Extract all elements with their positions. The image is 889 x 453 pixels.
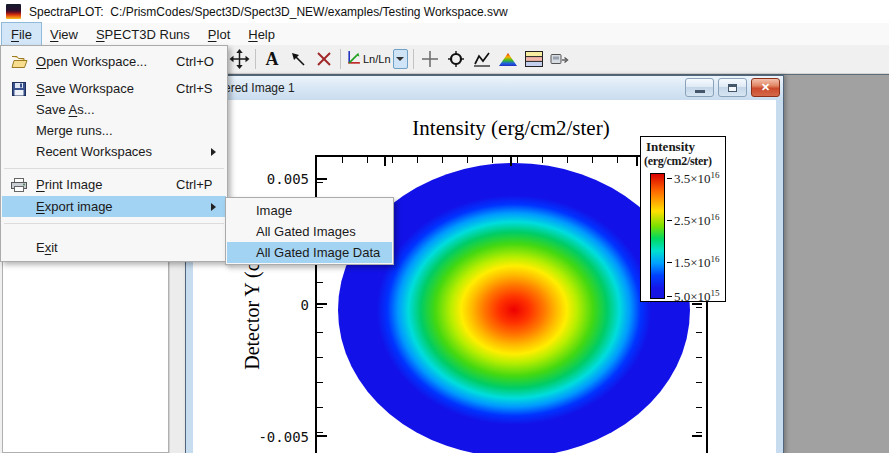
titlebar: SpectraPLOT: C:/PrismCodes/Spect3D/Spect…: [0, 0, 889, 23]
menu-plot[interactable]: Plot: [199, 23, 239, 45]
export-image-icon[interactable]: [547, 47, 573, 72]
submenu-item-all-gated-images[interactable]: All Gated Images: [227, 221, 392, 242]
printer-icon: [2, 178, 36, 192]
y-major-tick: [692, 435, 702, 437]
export-image-submenu: Image All Gated Images All Gated Image D…: [225, 197, 394, 265]
menu-item-save-as[interactable]: Save As...: [2, 99, 226, 120]
menu-file[interactable]: File: [2, 23, 41, 45]
menu-bar: File View SPECT3D Runs Plot Help: [0, 23, 889, 45]
toolbar-separator: [413, 49, 414, 69]
axis-scale-control[interactable]: Ln/Ln: [344, 49, 410, 69]
menu-item-open-workspace[interactable]: Open Workspace... Ctrl+O: [2, 51, 226, 72]
y-major-tick: [317, 435, 327, 437]
plot-canvas: Intensity (erg/cm2/ster) 0.005 0 -0.005 …: [193, 100, 776, 453]
submenu-item-all-gated-image-data[interactable]: All Gated Image Data: [227, 242, 392, 263]
lnln-dropdown-icon[interactable]: [393, 49, 408, 69]
spectraplot-window: SpectraPLOT: C:/PrismCodes/Spect3D/Spect…: [0, 0, 889, 453]
submenu-arrow-icon: [211, 203, 216, 211]
line-plot-icon[interactable]: [469, 47, 495, 72]
child-window-titlebar[interactable]: ered Image 1 ✕: [186, 76, 783, 100]
save-floppy-icon: [2, 82, 36, 96]
toolbar-separator: [340, 49, 341, 69]
submenu-item-image[interactable]: Image: [227, 200, 392, 221]
menu-view[interactable]: View: [41, 23, 87, 45]
colormap-icon[interactable]: [495, 47, 521, 72]
menu-item-export-image[interactable]: Export image: [2, 196, 226, 217]
colorbar-tick-label: 5.0×1015: [674, 288, 720, 305]
axes-scale-icon: [346, 50, 361, 69]
target-icon[interactable]: [443, 47, 469, 72]
app-logo-icon: [6, 4, 21, 19]
delete-icon[interactable]: [311, 47, 337, 72]
x-major-tick: [636, 157, 638, 166]
colorbar-tick-label: 2.5×1016: [674, 212, 720, 229]
colorbar-tick: [667, 296, 672, 297]
select-arrow-icon[interactable]: [285, 47, 311, 72]
menu-item-print-image[interactable]: Print Image Ctrl+P: [2, 174, 226, 195]
file-menu-dropdown: Open Workspace... Ctrl+O Save Workspace …: [0, 45, 228, 262]
pan-icon[interactable]: [226, 47, 252, 72]
crosshair-icon[interactable]: [417, 47, 443, 72]
menu-separator: [4, 223, 224, 224]
menu-help[interactable]: Help: [239, 23, 284, 45]
legend-title: Intensity: [646, 139, 695, 155]
shortcut-label: Ctrl+S: [176, 81, 212, 96]
menu-separator: [4, 168, 224, 169]
colorbar-legend: Intensity (erg/cm2/ster) 3.5×1016 2.5×10…: [640, 136, 726, 302]
legend-units: (erg/cm2/ster): [644, 154, 712, 169]
restore-button[interactable]: [718, 78, 747, 97]
x-major-tick: [384, 157, 386, 166]
close-button[interactable]: ✕: [751, 78, 780, 97]
submenu-arrow-icon: [211, 148, 216, 156]
menu-spect3d-runs[interactable]: SPECT3D Runs: [87, 23, 199, 45]
y-major-tick: [317, 303, 327, 305]
shortcut-label: Ctrl+O: [176, 54, 214, 69]
lnln-label: Ln/Ln: [363, 53, 391, 65]
menu-item-merge-runs[interactable]: Merge runs...: [2, 120, 226, 141]
colorbar-tick: [667, 178, 672, 179]
shortcut-label: Ctrl+P: [176, 177, 212, 192]
text-annotation-icon[interactable]: A: [259, 47, 285, 72]
mdi-background: [784, 75, 889, 453]
colorbar-tick: [667, 220, 672, 221]
colorbar-tick: [667, 262, 672, 263]
x-major-tick: [510, 157, 512, 166]
toolbar-separator: [255, 49, 256, 69]
colorbar-icon[interactable]: [521, 47, 547, 72]
window-title: SpectraPLOT: C:/PrismCodes/Spect3D/Spect…: [29, 5, 508, 19]
colorbar-gradient: [650, 173, 665, 299]
y-major-tick: [317, 178, 327, 180]
open-folder-icon: [2, 55, 36, 68]
colorbar-tick-label: 1.5×1016: [674, 254, 720, 271]
menu-item-save-workspace[interactable]: Save Workspace Ctrl+S: [2, 78, 226, 99]
minimize-button[interactable]: [685, 78, 714, 97]
colorbar-tick-label: 3.5×1016: [674, 170, 720, 187]
menu-item-recent-workspaces[interactable]: Recent Workspaces: [2, 141, 226, 162]
menu-item-exit[interactable]: Exit: [2, 237, 226, 258]
